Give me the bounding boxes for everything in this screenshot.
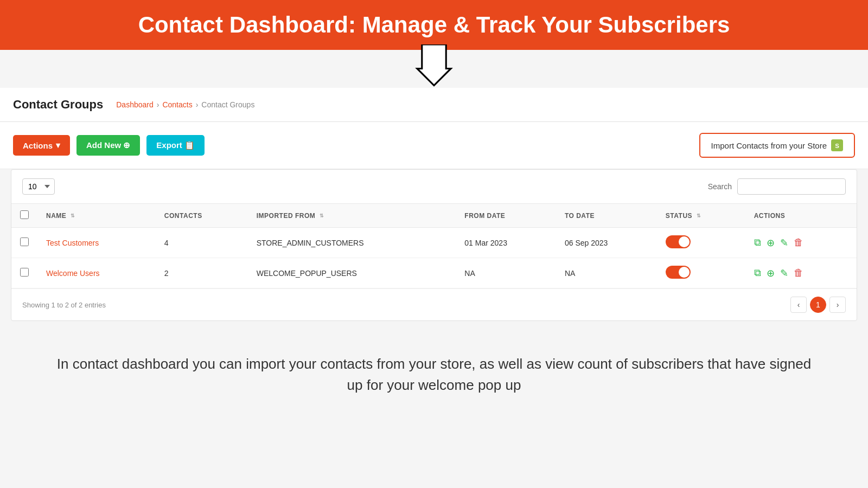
export-label: Export 📋	[156, 140, 195, 150]
breadcrumb: Dashboard › Contacts › Contact Groups	[116, 100, 254, 109]
add-new-label: Add New ⊕	[86, 140, 130, 150]
row-name-link-1[interactable]: Welcome Users	[46, 269, 100, 278]
add-new-button[interactable]: Add New ⊕	[76, 135, 140, 156]
search-box: Search	[708, 178, 846, 195]
sort-name-icon: ⇅	[71, 214, 75, 219]
shopify-icon: S	[831, 139, 843, 151]
svg-marker-0	[417, 44, 451, 86]
chevron-down-icon: ▾	[56, 140, 60, 150]
toolbar: Actions ▾ Add New ⊕ Export 📋 Import Cont…	[0, 122, 868, 169]
sort-status-icon: ⇅	[697, 214, 701, 219]
actions-label: Actions	[23, 141, 53, 150]
arrow-down-icon	[415, 44, 453, 88]
row-action-icons: ⧉ ⊕ ✎ 🗑	[754, 237, 848, 249]
page-title: Contact Groups	[13, 98, 103, 112]
table-header-row: NAME ⇅ CONTACTS IMPORTED FROM ⇅ FROM DAT…	[11, 204, 857, 228]
row-status-toggle-1[interactable]	[666, 266, 691, 279]
row-actions-cell: ⧉ ⊕ ✎ 🗑	[745, 228, 857, 258]
row-action-icons: ⧉ ⊕ ✎ 🗑	[754, 267, 848, 279]
row-name-link-0[interactable]: Test Customers	[46, 239, 99, 247]
copy-icon-1[interactable]: ⧉	[754, 267, 761, 279]
add-circle-icon-0[interactable]: ⊕	[767, 237, 775, 249]
col-status: STATUS ⇅	[657, 204, 745, 228]
table-controls: 10 25 50 100 Search	[11, 170, 857, 203]
row-checkbox-0[interactable]	[20, 237, 29, 246]
col-imported-from: IMPORTED FROM ⇅	[248, 204, 456, 228]
col-name: NAME ⇅	[37, 204, 156, 228]
row-contacts-cell: 4	[156, 228, 248, 258]
add-circle-icon-1[interactable]: ⊕	[767, 267, 775, 279]
breadcrumb-contacts[interactable]: Contacts	[162, 100, 192, 109]
bottom-description-text: In contact dashboard you can import your…	[57, 356, 811, 393]
row-actions-cell: ⧉ ⊕ ✎ 🗑	[745, 258, 857, 288]
row-checkbox-cell	[11, 228, 37, 258]
row-name-cell: Welcome Users	[37, 258, 156, 288]
svg-text:S: S	[835, 143, 839, 149]
sort-imported-icon: ⇅	[320, 214, 324, 219]
search-label: Search	[708, 182, 732, 191]
main-content-card: 10 25 50 100 Search NAME ⇅ CONTACTS	[11, 169, 857, 321]
row-name-cell: Test Customers	[37, 228, 156, 258]
row-contacts-cell: 2	[156, 258, 248, 288]
row-status-toggle-0[interactable]	[666, 235, 691, 248]
col-contacts: CONTACTS	[156, 204, 248, 228]
delete-icon-0[interactable]: 🗑	[794, 237, 803, 248]
delete-icon-1[interactable]: 🗑	[794, 267, 803, 279]
breadcrumb-dashboard[interactable]: Dashboard	[116, 100, 154, 109]
per-page-select[interactable]: 10 25 50 100	[22, 178, 55, 195]
import-label: Import Contacts from your Store	[711, 141, 827, 150]
actions-button[interactable]: Actions ▾	[13, 135, 70, 156]
select-all-header	[11, 204, 37, 228]
edit-icon-0[interactable]: ✎	[780, 237, 788, 249]
select-all-checkbox[interactable]	[20, 210, 29, 219]
row-status-cell	[657, 228, 745, 258]
bottom-description: In contact dashboard you can import your…	[0, 332, 868, 418]
contacts-table: NAME ⇅ CONTACTS IMPORTED FROM ⇅ FROM DAT…	[11, 203, 857, 288]
row-checkbox-cell	[11, 258, 37, 288]
arrow-container	[0, 44, 868, 88]
row-checkbox-1[interactable]	[20, 268, 29, 277]
col-from-date: FROM DATE	[456, 204, 556, 228]
next-page-button[interactable]: ›	[829, 297, 846, 313]
showing-text: Showing 1 to 2 of 2 entries	[22, 301, 106, 309]
search-input[interactable]	[737, 178, 846, 195]
col-actions: ACTIONS	[745, 204, 857, 228]
pagination: ‹ 1 ›	[790, 297, 846, 313]
import-contacts-button[interactable]: Import Contacts from your Store S	[699, 133, 855, 158]
page-1-button[interactable]: 1	[810, 297, 826, 313]
row-imported-from-cell: STORE_ADMIN_CUSTOMERS	[248, 228, 456, 258]
row-status-cell	[657, 258, 745, 288]
per-page-wrapper: 10 25 50 100	[22, 178, 55, 195]
table-row: Test Customers 4 STORE_ADMIN_CUSTOMERS 0…	[11, 228, 857, 258]
row-from-date-cell: NA	[456, 258, 556, 288]
row-to-date-cell: 06 Sep 2023	[556, 228, 657, 258]
header-banner: Contact Dashboard: Manage & Track Your S…	[0, 0, 868, 50]
row-from-date-cell: 01 Mar 2023	[456, 228, 556, 258]
copy-icon-0[interactable]: ⧉	[754, 237, 761, 248]
table-row: Welcome Users 2 WELCOME_POPUP_USERS NA N…	[11, 258, 857, 288]
breadcrumb-current: Contact Groups	[201, 100, 254, 109]
header-title: Contact Dashboard: Manage & Track Your S…	[0, 12, 868, 38]
row-imported-from-cell: WELCOME_POPUP_USERS	[248, 258, 456, 288]
edit-icon-1[interactable]: ✎	[780, 267, 788, 279]
col-to-date: TO DATE	[556, 204, 657, 228]
table-footer: Showing 1 to 2 of 2 entries ‹ 1 ›	[11, 288, 857, 320]
row-to-date-cell: NA	[556, 258, 657, 288]
page-header: Contact Groups Dashboard › Contacts › Co…	[0, 88, 868, 122]
prev-page-button[interactable]: ‹	[790, 297, 807, 313]
export-button[interactable]: Export 📋	[146, 135, 205, 156]
